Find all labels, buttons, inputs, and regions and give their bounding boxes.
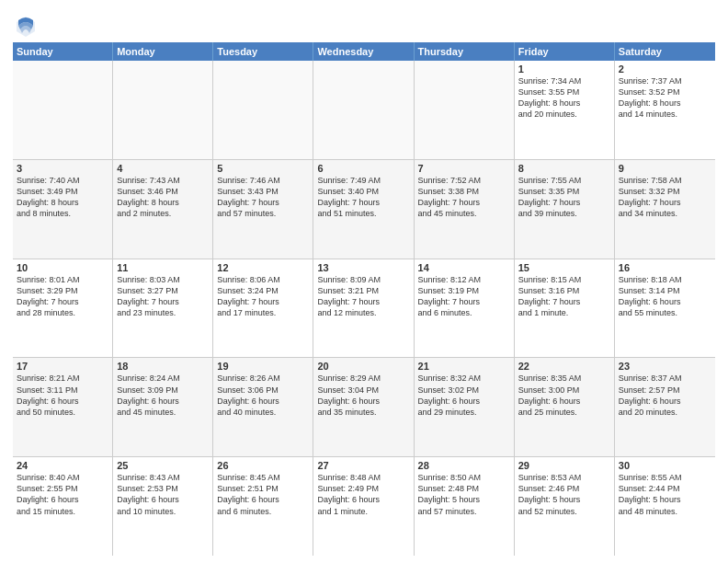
header-day-friday: Friday	[515, 42, 615, 61]
day-cell-6: 6Sunrise: 7:49 AM Sunset: 3:40 PM Daylig…	[313, 160, 414, 259]
day-number: 10	[17, 262, 108, 273]
day-number: 19	[217, 361, 309, 372]
day-cell-13: 13Sunrise: 8:09 AM Sunset: 3:21 PM Dayli…	[313, 259, 414, 358]
day-info: Sunrise: 8:48 AM Sunset: 2:49 PM Dayligh…	[317, 473, 381, 515]
day-info: Sunrise: 8:24 AM Sunset: 3:09 PM Dayligh…	[117, 373, 180, 416]
day-info: Sunrise: 8:55 AM Sunset: 2:44 PM Dayligh…	[619, 473, 682, 515]
day-info: Sunrise: 8:32 AM Sunset: 3:02 PM Dayligh…	[418, 373, 482, 416]
empty-cell	[313, 61, 414, 159]
day-cell-17: 17Sunrise: 8:21 AM Sunset: 3:11 PM Dayli…	[13, 358, 113, 456]
day-cell-26: 26Sunrise: 8:45 AM Sunset: 2:51 PM Dayli…	[213, 457, 313, 556]
day-cell-8: 8Sunrise: 7:55 AM Sunset: 3:35 PM Daylig…	[515, 160, 615, 259]
day-cell-23: 23Sunrise: 8:37 AM Sunset: 2:57 PM Dayli…	[615, 358, 715, 456]
day-cell-4: 4Sunrise: 7:43 AM Sunset: 3:46 PM Daylig…	[113, 160, 213, 259]
day-cell-21: 21Sunrise: 8:32 AM Sunset: 3:02 PM Dayli…	[415, 358, 515, 456]
day-cell-12: 12Sunrise: 8:06 AM Sunset: 3:24 PM Dayli…	[213, 259, 313, 358]
day-cell-10: 10Sunrise: 8:01 AM Sunset: 3:29 PM Dayli…	[13, 259, 113, 358]
calendar-week-5: 24Sunrise: 8:40 AM Sunset: 2:55 PM Dayli…	[13, 457, 715, 556]
day-info: Sunrise: 8:29 AM Sunset: 3:04 PM Dayligh…	[317, 373, 381, 416]
day-number: 25	[117, 460, 209, 471]
day-info: Sunrise: 8:26 AM Sunset: 3:06 PM Dayligh…	[217, 373, 280, 416]
logo	[13, 13, 42, 39]
day-info: Sunrise: 8:15 AM Sunset: 3:16 PM Dayligh…	[518, 275, 582, 317]
day-number: 11	[117, 262, 209, 273]
day-cell-14: 14Sunrise: 8:12 AM Sunset: 3:19 PM Dayli…	[415, 259, 515, 358]
day-number: 23	[619, 361, 711, 372]
day-info: Sunrise: 8:01 AM Sunset: 3:29 PM Dayligh…	[17, 275, 80, 317]
empty-cell	[13, 61, 113, 159]
day-cell-16: 16Sunrise: 8:18 AM Sunset: 3:14 PM Dayli…	[615, 259, 715, 358]
day-info: Sunrise: 7:55 AM Sunset: 3:35 PM Dayligh…	[518, 176, 582, 218]
day-number: 1	[518, 63, 610, 75]
day-number: 15	[518, 262, 610, 273]
calendar-header: SundayMondayTuesdayWednesdayThursdayFrid…	[13, 42, 715, 61]
day-cell-15: 15Sunrise: 8:15 AM Sunset: 3:16 PM Dayli…	[515, 259, 615, 358]
day-number: 5	[217, 163, 309, 174]
empty-cell	[213, 61, 313, 159]
day-info: Sunrise: 7:52 AM Sunset: 3:38 PM Dayligh…	[418, 176, 482, 218]
header-day-sunday: Sunday	[13, 42, 113, 61]
day-info: Sunrise: 8:45 AM Sunset: 2:51 PM Dayligh…	[217, 473, 280, 515]
day-info: Sunrise: 8:43 AM Sunset: 2:53 PM Dayligh…	[117, 473, 180, 515]
day-cell-25: 25Sunrise: 8:43 AM Sunset: 2:53 PM Dayli…	[113, 457, 213, 556]
day-cell-5: 5Sunrise: 7:46 AM Sunset: 3:43 PM Daylig…	[213, 160, 313, 259]
day-cell-2: 2Sunrise: 7:37 AM Sunset: 3:52 PM Daylig…	[615, 61, 715, 159]
day-number: 27	[317, 460, 409, 471]
day-info: Sunrise: 7:58 AM Sunset: 3:32 PM Dayligh…	[619, 176, 682, 218]
day-info: Sunrise: 7:49 AM Sunset: 3:40 PM Dayligh…	[317, 176, 381, 218]
day-number: 20	[317, 361, 409, 372]
calendar-week-1: 1Sunrise: 7:34 AM Sunset: 3:55 PM Daylig…	[13, 61, 715, 160]
day-info: Sunrise: 8:03 AM Sunset: 3:27 PM Dayligh…	[117, 275, 180, 317]
day-cell-19: 19Sunrise: 8:26 AM Sunset: 3:06 PM Dayli…	[213, 358, 313, 456]
day-number: 12	[217, 262, 309, 273]
calendar-week-4: 17Sunrise: 8:21 AM Sunset: 3:11 PM Dayli…	[13, 358, 715, 457]
day-info: Sunrise: 8:40 AM Sunset: 2:55 PM Dayligh…	[17, 473, 80, 515]
header	[13, 9, 715, 39]
day-info: Sunrise: 8:18 AM Sunset: 3:14 PM Dayligh…	[619, 275, 682, 317]
header-day-tuesday: Tuesday	[213, 42, 313, 61]
day-number: 17	[17, 361, 108, 372]
day-number: 29	[518, 460, 610, 471]
day-cell-22: 22Sunrise: 8:35 AM Sunset: 3:00 PM Dayli…	[515, 358, 615, 456]
day-number: 21	[418, 361, 510, 372]
day-number: 24	[17, 460, 108, 471]
day-number: 28	[418, 460, 510, 471]
day-cell-9: 9Sunrise: 7:58 AM Sunset: 3:32 PM Daylig…	[615, 160, 715, 259]
day-number: 4	[117, 163, 209, 174]
day-info: Sunrise: 7:34 AM Sunset: 3:55 PM Dayligh…	[518, 76, 582, 119]
day-number: 14	[418, 262, 510, 273]
calendar-week-2: 3Sunrise: 7:40 AM Sunset: 3:49 PM Daylig…	[13, 160, 715, 259]
day-cell-11: 11Sunrise: 8:03 AM Sunset: 3:27 PM Dayli…	[113, 259, 213, 358]
day-cell-30: 30Sunrise: 8:55 AM Sunset: 2:44 PM Dayli…	[615, 457, 715, 556]
day-number: 9	[619, 163, 711, 174]
day-info: Sunrise: 8:12 AM Sunset: 3:19 PM Dayligh…	[418, 275, 482, 317]
day-info: Sunrise: 8:37 AM Sunset: 2:57 PM Dayligh…	[619, 373, 682, 416]
day-info: Sunrise: 8:09 AM Sunset: 3:21 PM Dayligh…	[317, 275, 381, 317]
day-cell-20: 20Sunrise: 8:29 AM Sunset: 3:04 PM Dayli…	[313, 358, 414, 456]
day-cell-24: 24Sunrise: 8:40 AM Sunset: 2:55 PM Dayli…	[13, 457, 113, 556]
day-number: 7	[418, 163, 510, 174]
empty-cell	[415, 61, 515, 159]
empty-cell	[113, 61, 213, 159]
day-info: Sunrise: 8:21 AM Sunset: 3:11 PM Dayligh…	[17, 373, 80, 416]
day-info: Sunrise: 8:06 AM Sunset: 3:24 PM Dayligh…	[217, 275, 280, 317]
header-day-wednesday: Wednesday	[313, 42, 414, 61]
day-info: Sunrise: 7:46 AM Sunset: 3:43 PM Dayligh…	[217, 176, 280, 218]
day-number: 13	[317, 262, 409, 273]
day-info: Sunrise: 8:53 AM Sunset: 2:46 PM Dayligh…	[518, 473, 582, 515]
day-number: 16	[619, 262, 711, 273]
day-number: 6	[317, 163, 409, 174]
day-cell-27: 27Sunrise: 8:48 AM Sunset: 2:49 PM Dayli…	[313, 457, 414, 556]
header-day-saturday: Saturday	[615, 42, 715, 61]
day-cell-7: 7Sunrise: 7:52 AM Sunset: 3:38 PM Daylig…	[415, 160, 515, 259]
day-number: 30	[619, 460, 711, 471]
day-cell-3: 3Sunrise: 7:40 AM Sunset: 3:49 PM Daylig…	[13, 160, 113, 259]
day-number: 3	[17, 163, 108, 174]
calendar: SundayMondayTuesdayWednesdayThursdayFrid…	[13, 42, 715, 556]
calendar-week-3: 10Sunrise: 8:01 AM Sunset: 3:29 PM Dayli…	[13, 259, 715, 359]
day-number: 18	[117, 361, 209, 372]
header-day-monday: Monday	[113, 42, 213, 61]
calendar-page: SundayMondayTuesdayWednesdayThursdayFrid…	[0, 0, 728, 563]
day-number: 2	[619, 63, 711, 75]
day-number: 26	[217, 460, 309, 471]
